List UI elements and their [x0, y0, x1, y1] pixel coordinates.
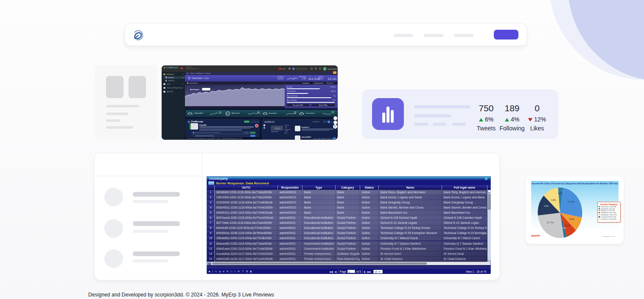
svg-text:4.2%: 4.2% — [561, 227, 566, 229]
svg-text:27.7%: 27.7% — [547, 221, 554, 224]
svg-text:4.9%: 4.9% — [544, 205, 549, 207]
svg-text:3.8%: 3.8% — [551, 199, 556, 201]
svg-text:8-5: 8-5 — [264, 114, 266, 116]
svg-text:5.1%: 5.1% — [565, 224, 570, 227]
svg-text:8-5: 8-5 — [189, 114, 191, 116]
svg-text:3-8: 3-8 — [227, 113, 229, 115]
svg-text:27.4%: 27.4% — [568, 200, 574, 203]
svg-text:1.8%: 1.8% — [558, 192, 562, 195]
svg-text:853: 853 — [300, 114, 302, 116]
svg-text:5.5%: 5.5% — [569, 218, 574, 220]
